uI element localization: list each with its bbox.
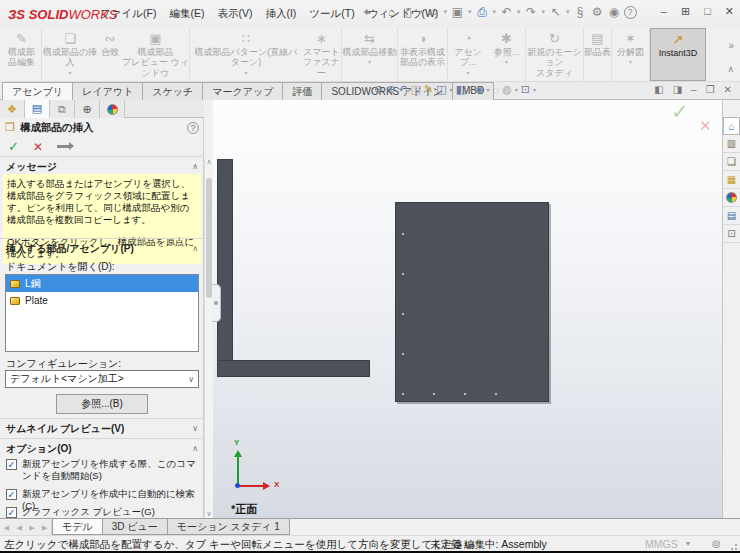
custom-properties-tab[interactable]: ▤ [723, 207, 740, 225]
open-icon[interactable]: ▱ [426, 5, 441, 19]
ribbon-smart-fasteners[interactable]: ∗スマート ファスナー [302, 28, 342, 81]
view-palette-tab[interactable]: ▦ [723, 171, 740, 189]
status-globe-icon[interactable]: ◎ [712, 538, 721, 549]
file-explorer-tab[interactable]: ❏ [723, 153, 740, 171]
select-arrow-icon[interactable]: ↖ [548, 5, 563, 19]
prev-tab-button[interactable]: ◀ [16, 524, 21, 532]
tab-sketch[interactable]: スケッチ [142, 82, 203, 100]
options-collapse-icon[interactable]: ∧ [192, 444, 198, 453]
checkbox-auto-start[interactable]: ✓ 新規アセンブリを作成する際、このコマンドを自動開始(S) [6, 458, 198, 482]
ribbon-new-motion-study[interactable]: ↻新規のモーション スタディ [526, 28, 584, 81]
units-caret-icon[interactable]: ▾ [686, 539, 690, 548]
l-steel-horizontal-leg[interactable] [217, 360, 370, 377]
checkbox-icon[interactable]: ✓ [6, 489, 17, 500]
panel-scrollbar[interactable]: ∧ ∨ [204, 158, 213, 518]
ok-button[interactable]: ✓ [8, 139, 19, 154]
previous-view-icon[interactable]: ↶ [398, 83, 407, 96]
property-manager-tab[interactable]: ▤ [25, 100, 50, 118]
menu-tools[interactable]: ツール(T) [309, 7, 354, 21]
measure-icon[interactable]: ✎ [424, 83, 433, 96]
message-section-header[interactable]: メッセージ ∧ [0, 159, 204, 174]
message-collapse-icon[interactable]: ∧ [192, 162, 198, 171]
print-caret-icon[interactable]: ▾ [493, 8, 497, 16]
new-document-icon[interactable]: ▯ [401, 5, 416, 19]
confirmation-corner-ok-icon[interactable]: ✓ [671, 100, 689, 124]
resources-home-tab[interactable]: ⌂ [723, 117, 740, 135]
ribbon-bom[interactable]: ▤部品表 [584, 28, 612, 81]
display-style-caret-icon[interactable]: ▾ [487, 86, 490, 93]
user-account-icon[interactable]: ◉ [607, 5, 622, 19]
hide-show-items-icon[interactable]: ◫ [436, 83, 446, 96]
next-tab-button[interactable]: ▶ [29, 524, 34, 532]
appearances-icon[interactable]: ◍ [502, 83, 512, 96]
ribbon-assembly-features[interactable]: ◔アセンブ...▾ [448, 28, 488, 81]
print-icon[interactable]: ⎙ [475, 5, 490, 19]
options-section-header[interactable]: オプション(O) ∧ [0, 441, 204, 456]
list-item-plate[interactable]: Plate [6, 292, 198, 309]
menu-view[interactable]: 表示(V) [217, 7, 252, 21]
close-button[interactable]: ✕ [725, 5, 734, 18]
view-settings-caret-icon[interactable]: ▾ [533, 86, 536, 93]
doc-close-button[interactable]: ✕ [724, 84, 732, 95]
menu-file[interactable]: ファイル(F) [100, 7, 156, 21]
ribbon-edit-component[interactable]: ✎構成部 品編集 [2, 28, 42, 81]
reference-caret-icon[interactable]: ▾ [505, 58, 508, 65]
checkbox-graphics-preview[interactable]: ✓ グラフィックス プレビュー(G) [6, 506, 198, 518]
last-tab-button[interactable]: ▶ [42, 524, 47, 532]
doc-restore-button[interactable]: ❐ [706, 84, 715, 95]
move-component-caret-icon[interactable]: ▾ [368, 58, 371, 65]
browse-button[interactable]: 参照...(B) [56, 394, 148, 414]
ribbon-component-pattern[interactable]: ∷構成部品パターン(直線パターン)▾ [190, 28, 302, 81]
insert-collapse-icon[interactable]: ∧ [192, 244, 198, 253]
feature-tree-tab[interactable]: ❖ [0, 100, 25, 118]
pane-left-toggle-icon[interactable]: ◧ [654, 84, 663, 95]
plate-part[interactable] [395, 202, 549, 402]
scroll-up-icon[interactable]: ∧ [205, 158, 213, 166]
ribbon-collapse-icon[interactable]: ∧ [727, 64, 734, 74]
new-document-caret-icon[interactable]: ▾ [419, 8, 423, 16]
tab-layout[interactable]: レイアウト [72, 82, 143, 100]
view-settings-icon[interactable]: ⊡ [521, 83, 530, 96]
confirmation-corner-cancel-icon[interactable]: ✕ [699, 117, 712, 135]
ribbon-insert-component[interactable]: ❏構成部品の挿入▾ [42, 28, 98, 81]
layout-button[interactable]: ⊞ [681, 5, 690, 18]
redo-caret-icon[interactable]: ▾ [542, 8, 546, 16]
configuration-tab[interactable]: ⧉ [50, 100, 75, 118]
home-icon[interactable]: ⌂ [384, 5, 399, 19]
appearances-scenes-tab[interactable] [723, 189, 740, 207]
ribbon-overflow-icon[interactable]: » [728, 40, 734, 51]
checkbox-icon[interactable]: ✓ [6, 507, 17, 518]
zoom-fit-icon[interactable]: ⊙ [374, 83, 383, 96]
configuration-dropdown[interactable]: デフォルト<マシン加工> ∨ [5, 370, 199, 388]
hide-show-caret-icon[interactable]: ▾ [450, 86, 453, 93]
ribbon-show-hidden[interactable]: ◑非表示構成 部品の表示 [398, 28, 448, 81]
list-item-l-steel[interactable]: L鋼 [6, 275, 198, 292]
insert-component-caret-icon[interactable]: ▾ [68, 69, 71, 76]
doc-minimize-button[interactable]: – [691, 84, 697, 95]
panel-help-icon[interactable]: ? [187, 122, 199, 134]
solidworks-addins-tab[interactable]: ⊡ [723, 225, 740, 243]
thumbnail-expand-icon[interactable]: ∨ [192, 424, 198, 433]
view-orientation-caret-icon[interactable]: ▾ [469, 86, 472, 93]
design-library-tab[interactable]: ▥ [723, 135, 740, 153]
menu-pin-icon[interactable]: ✦ [362, 6, 371, 19]
thumbnail-section-header[interactable]: サムネイル プレビュー(V) ∨ [0, 421, 204, 436]
redo-icon[interactable]: ↷ [524, 5, 539, 19]
options-gear-icon[interactable]: ⚙ [590, 5, 605, 19]
undo-icon[interactable]: ↶ [499, 5, 514, 19]
maximize-button[interactable]: □ [704, 5, 711, 18]
ribbon-instant3d[interactable]: ↗Instant3D [650, 28, 706, 81]
appearances-caret-icon[interactable]: ▾ [515, 86, 518, 93]
select-caret-icon[interactable]: ▾ [566, 8, 570, 16]
scroll-down-icon[interactable]: ∨ [205, 510, 213, 518]
hide-all-types-icon[interactable]: ◌ [493, 84, 500, 96]
pane-right-toggle-icon[interactable]: ◨ [673, 84, 682, 95]
cancel-button[interactable]: ✕ [33, 140, 43, 154]
save-caret-icon[interactable]: ▾ [468, 8, 472, 16]
insert-section-header[interactable]: 挿入する部品/アセンブリ(P) ∧ [0, 241, 204, 256]
menu-edit[interactable]: 編集(E) [169, 7, 204, 21]
tab-evaluate[interactable]: 評価 [282, 82, 322, 100]
ribbon-exploded-view[interactable]: ✶分解図▾ [612, 28, 650, 81]
ribbon-component-preview[interactable]: ▣構成部品 プレビュー ウィンドウ [122, 28, 190, 81]
tab-motion-study[interactable]: モーション スタディ 1 [167, 519, 290, 535]
